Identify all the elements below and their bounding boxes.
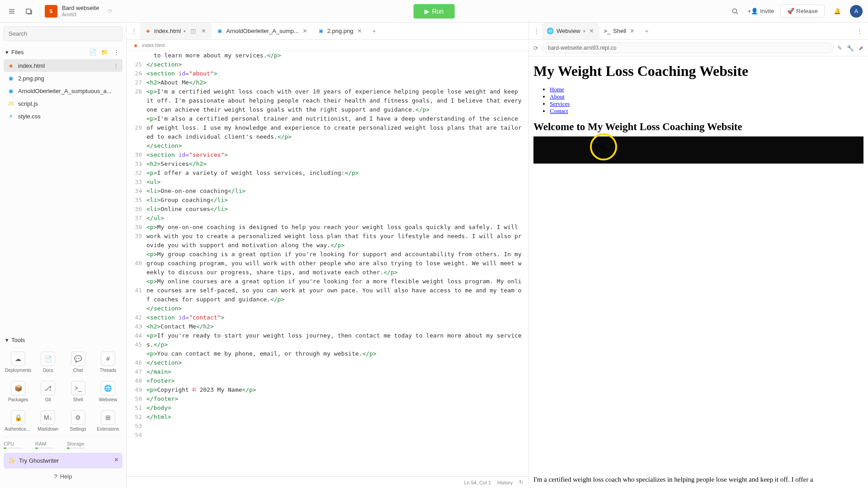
run-label: Run bbox=[432, 8, 444, 15]
run-button[interactable]: ▶ Run bbox=[414, 4, 455, 19]
open-external-icon[interactable]: ⬈ bbox=[859, 45, 863, 52]
tool-label: Docs bbox=[43, 368, 53, 373]
person-add-icon: +👤 bbox=[748, 8, 759, 14]
webview-content[interactable]: My Weight Loss Coaching Website HomeAbou… bbox=[529, 56, 868, 488]
close-icon[interactable]: ✕ bbox=[356, 27, 363, 35]
wrench-icon[interactable]: 🔧 bbox=[847, 45, 854, 52]
split-icon[interactable]: ◫ bbox=[189, 28, 198, 34]
chevron-down-icon: ▾ bbox=[184, 29, 186, 33]
tool-item[interactable]: ☁Deployments bbox=[4, 348, 33, 376]
cursor-position: Ln 54, Col 1 bbox=[464, 480, 491, 485]
files-header[interactable]: ▾Files bbox=[5, 49, 24, 56]
tool-label: Deployments bbox=[5, 368, 31, 373]
file-type-icon: ▣ bbox=[7, 75, 14, 82]
file-item[interactable]: #style.css bbox=[4, 110, 123, 122]
tools-header[interactable]: ▾Tools bbox=[4, 334, 123, 346]
image-icon: ▣ bbox=[216, 28, 223, 35]
editor-pane: ⋮ ◈index.html▾◫✕▣ArnoldOberleiter_A_sump… bbox=[127, 23, 529, 488]
file-item[interactable]: ▣2.png.png bbox=[4, 72, 123, 84]
project-info[interactable]: 5 Bard webseite Arni93 bbox=[45, 5, 99, 18]
history-button[interactable]: History bbox=[497, 480, 513, 485]
ghostwriter-banner[interactable]: ✨ Try Ghostwriter ✕ bbox=[4, 453, 123, 469]
nav-item: Contact bbox=[550, 108, 863, 115]
hero-image bbox=[533, 136, 863, 164]
tool-item[interactable]: >_Shell bbox=[64, 377, 93, 406]
nav-link[interactable]: Contact bbox=[550, 108, 568, 114]
more-icon[interactable]: ⋮ bbox=[128, 28, 140, 34]
edit-icon[interactable]: ✎ bbox=[837, 45, 842, 52]
file-type-icon: ◈ bbox=[7, 62, 14, 69]
close-icon[interactable]: ✕ bbox=[302, 27, 308, 35]
nav-link[interactable]: Home bbox=[550, 86, 564, 93]
help-button[interactable]: ?Help bbox=[4, 469, 123, 484]
chevron-down-icon: ▾ bbox=[5, 49, 9, 56]
tool-item[interactable]: 🌐Webview bbox=[94, 377, 123, 406]
nav-link[interactable]: About bbox=[550, 93, 565, 100]
add-tab-icon[interactable]: ＋ bbox=[368, 27, 381, 35]
more-icon[interactable]: ⋮ bbox=[531, 28, 542, 34]
add-tab-icon[interactable]: ＋ bbox=[640, 27, 653, 35]
more-icon[interactable]: ⋮ bbox=[112, 47, 121, 56]
editor-tab[interactable]: ▣2.png.png✕ bbox=[313, 23, 368, 39]
chevron-down-icon: ▾ bbox=[583, 29, 585, 33]
nav-item: Services bbox=[550, 100, 863, 108]
avatar[interactable]: A bbox=[850, 5, 863, 18]
close-icon[interactable]: ✕ bbox=[588, 27, 595, 35]
tool-item[interactable]: ⎇Git bbox=[33, 377, 62, 406]
tool-item[interactable]: M↓Markdown bbox=[33, 407, 62, 435]
editor-tab-bar: ⋮ ◈index.html▾◫✕▣ArnoldOberleiter_A_sump… bbox=[127, 23, 528, 40]
new-file-icon[interactable]: 📄 bbox=[88, 47, 97, 56]
editor-tab[interactable]: ◈index.html▾◫✕ bbox=[140, 23, 212, 39]
welcome-heading: Welcome to My Weight Loss Coaching Websi… bbox=[533, 121, 863, 133]
html5-icon: 5 bbox=[45, 5, 57, 18]
file-item[interactable]: ◈index.html⋮ bbox=[4, 59, 123, 72]
tool-item[interactable]: ⚙Settings bbox=[64, 407, 93, 435]
rocket-icon: 🚀 bbox=[787, 8, 794, 14]
preview-pane: ⋮ 🌐Webview▾✕>_Shell✕ ＋ ⋮ ⟳ bard-webseite… bbox=[529, 23, 868, 488]
refresh-icon[interactable]: ⟳ bbox=[533, 45, 538, 52]
tool-item[interactable]: 📄Docs bbox=[33, 348, 62, 376]
close-icon[interactable]: ✕ bbox=[114, 456, 119, 463]
nav-link[interactable]: Services bbox=[550, 100, 570, 107]
new-folder-icon[interactable]: 📁 bbox=[100, 47, 109, 56]
file-name: style.css bbox=[18, 113, 41, 120]
tool-item[interactable]: 📦Packages bbox=[4, 377, 33, 406]
more-icon[interactable]: ⋮ bbox=[853, 28, 866, 34]
sidebar: ▾Files 📄 📁 ⋮ ◈index.html⋮▣2.png.png▣Arno… bbox=[0, 23, 127, 488]
invite-button[interactable]: +👤Invite bbox=[748, 8, 774, 14]
search-icon[interactable] bbox=[729, 5, 741, 18]
close-icon[interactable]: ✕ bbox=[200, 27, 207, 35]
editor-tab[interactable]: ▣ArnoldOberleiter_A_sump...✕ bbox=[212, 23, 312, 39]
tool-icon: 🌐 bbox=[101, 381, 115, 395]
code-editor[interactable]: 2526272829303132333435363738394041424344… bbox=[127, 51, 528, 476]
tool-item[interactable]: 🔒Authenticati... bbox=[4, 407, 33, 435]
tab-label: Webview bbox=[557, 28, 580, 34]
nav-item: About bbox=[550, 93, 863, 100]
menu-icon[interactable] bbox=[5, 5, 18, 18]
close-icon[interactable]: ✕ bbox=[629, 27, 636, 35]
tool-item[interactable]: ⊞Extensions bbox=[94, 407, 123, 435]
tool-icon: 💬 bbox=[71, 352, 85, 366]
help-icon: ? bbox=[54, 473, 57, 480]
release-button[interactable]: 🚀Release bbox=[780, 5, 825, 18]
tool-item[interactable]: 💬Chat bbox=[64, 348, 93, 376]
tool-item[interactable]: #Threads bbox=[94, 348, 123, 376]
new-tab-icon[interactable] bbox=[23, 5, 35, 18]
tool-icon: M↓ bbox=[41, 410, 55, 425]
tool-label: Packages bbox=[8, 397, 28, 402]
sync-icon[interactable]: ⟳ bbox=[104, 5, 116, 18]
bell-icon[interactable]: 🔔 bbox=[831, 5, 844, 18]
globe-icon: >_ bbox=[604, 28, 611, 34]
search-input[interactable] bbox=[4, 26, 123, 41]
preview-tab[interactable]: >_Shell✕ bbox=[599, 23, 641, 39]
more-icon[interactable]: ⋮ bbox=[113, 62, 119, 69]
file-item[interactable]: ▣ArnoldOberleiter_A_sumptuous_a... bbox=[4, 84, 123, 97]
resource-label: Storage bbox=[67, 441, 85, 446]
history-icon[interactable]: ↻ bbox=[519, 479, 523, 485]
url-input[interactable]: bard-webseite.arni93.repl.co bbox=[542, 42, 834, 53]
tool-label: Markdown bbox=[38, 427, 58, 432]
intro-paragraph: I'm a certified weight loss coach who sp… bbox=[533, 476, 863, 483]
file-item[interactable]: JSscript.js bbox=[4, 97, 123, 110]
tool-label: Webview bbox=[99, 397, 117, 402]
preview-tab[interactable]: 🌐Webview▾✕ bbox=[542, 23, 599, 39]
